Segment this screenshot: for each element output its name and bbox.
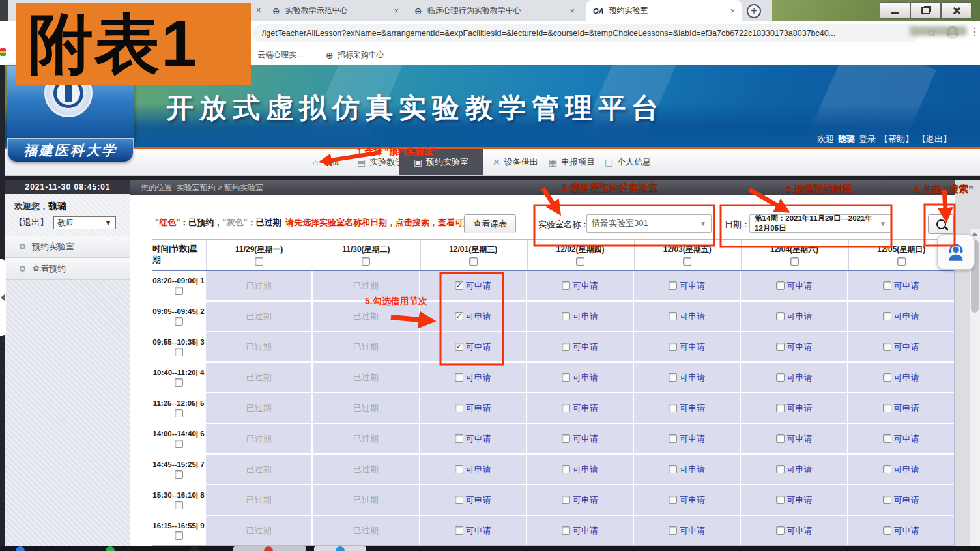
slot-checkbox[interactable] bbox=[776, 434, 785, 443]
slot-available-cell[interactable]: 可申请 bbox=[420, 271, 526, 300]
slot-available-cell[interactable]: 可申请 bbox=[420, 516, 526, 545]
slot-available-cell[interactable]: 可申请 bbox=[420, 424, 526, 453]
window-restore-button[interactable] bbox=[910, 2, 941, 19]
day-select-checkbox[interactable] bbox=[469, 257, 478, 266]
slot-available-cell[interactable]: 可申请 bbox=[634, 424, 740, 453]
slot-available-cell[interactable]: 可申请 bbox=[527, 516, 633, 545]
slot-available-cell[interactable]: 可申请 bbox=[848, 455, 954, 484]
slot-available-cell[interactable]: 可申请 bbox=[741, 516, 846, 545]
window-close-button[interactable] bbox=[941, 2, 972, 19]
slot-available-cell[interactable]: 可申请 bbox=[420, 485, 526, 515]
slot-checkbox[interactable] bbox=[455, 465, 463, 473]
slot-available-cell[interactable]: 可申请 bbox=[741, 485, 846, 515]
role-select[interactable]: 教师 ▼ bbox=[53, 216, 116, 229]
day-select-checkbox[interactable] bbox=[897, 257, 906, 266]
slot-checkbox[interactable] bbox=[562, 465, 570, 473]
row-select-checkbox[interactable] bbox=[175, 378, 183, 387]
slot-checkbox[interactable] bbox=[455, 312, 463, 320]
slot-checkbox[interactable] bbox=[562, 434, 570, 443]
sidebar-item-reserve-lab[interactable]: 预约实验室 bbox=[5, 236, 130, 258]
slot-available-cell[interactable]: 可申请 bbox=[527, 363, 633, 392]
slot-available-cell[interactable]: 可申请 bbox=[848, 302, 954, 331]
day-select-checkbox[interactable] bbox=[790, 257, 799, 266]
slot-available-cell[interactable]: 可申请 bbox=[527, 393, 633, 423]
taskbar-app-icon[interactable] bbox=[336, 546, 345, 551]
day-select-checkbox[interactable] bbox=[683, 257, 691, 266]
slot-checkbox[interactable] bbox=[883, 373, 891, 382]
url-field[interactable]: /lgetTeacherAllLesson?exName=&arrangemen… bbox=[253, 24, 919, 42]
slot-checkbox[interactable] bbox=[669, 496, 677, 504]
slot-checkbox[interactable] bbox=[455, 526, 463, 535]
slot-checkbox[interactable] bbox=[776, 281, 785, 290]
nav-item-equipment[interactable]: ✕ 设备借出 bbox=[486, 149, 545, 175]
slot-checkbox[interactable] bbox=[562, 526, 570, 535]
slot-available-cell[interactable]: 可申请 bbox=[634, 302, 740, 331]
slot-checkbox[interactable] bbox=[669, 373, 677, 382]
row-select-checkbox[interactable] bbox=[175, 470, 183, 479]
slot-checkbox[interactable] bbox=[455, 373, 463, 382]
slot-checkbox[interactable] bbox=[562, 496, 570, 504]
slot-available-cell[interactable]: 可申请 bbox=[741, 332, 846, 361]
slot-checkbox[interactable] bbox=[669, 312, 677, 320]
slot-available-cell[interactable]: 可申请 bbox=[848, 271, 954, 300]
slot-available-cell[interactable]: 可申请 bbox=[848, 424, 954, 453]
row-select-checkbox[interactable] bbox=[175, 440, 183, 448]
slot-available-cell[interactable]: 可申请 bbox=[848, 393, 954, 423]
slot-checkbox[interactable] bbox=[562, 404, 570, 412]
tab-close-icon[interactable]: × bbox=[569, 6, 575, 16]
slot-checkbox[interactable] bbox=[883, 343, 891, 351]
browser-menu-icon[interactable]: ⋮ bbox=[970, 25, 980, 38]
bookmark-item[interactable]: - 云端心理实... bbox=[253, 49, 303, 61]
sidebar-item-view-reservations[interactable]: 查看预约 bbox=[5, 258, 130, 280]
slot-available-cell[interactable]: 可申请 bbox=[527, 302, 633, 331]
slot-checkbox[interactable] bbox=[562, 373, 570, 382]
taskbar-app-icon[interactable] bbox=[106, 546, 115, 551]
slot-checkbox[interactable] bbox=[776, 404, 785, 412]
slot-available-cell[interactable]: 可申请 bbox=[848, 485, 954, 515]
slot-checkbox[interactable] bbox=[669, 281, 677, 290]
slot-available-cell[interactable]: 可申请 bbox=[741, 271, 846, 300]
slot-available-cell[interactable]: 可申请 bbox=[527, 424, 633, 453]
slot-available-cell[interactable]: 可申请 bbox=[634, 485, 740, 515]
help-link[interactable]: 【帮助】 bbox=[880, 134, 914, 145]
slot-available-cell[interactable]: 可申请 bbox=[634, 332, 740, 361]
slot-checkbox[interactable] bbox=[455, 343, 463, 351]
tab-close-icon[interactable]: × bbox=[256, 5, 261, 15]
slot-available-cell[interactable]: 可申请 bbox=[741, 393, 846, 423]
tab-close-icon[interactable]: × bbox=[394, 6, 399, 16]
day-select-checkbox[interactable] bbox=[362, 257, 370, 266]
bookmark-item[interactable]: ⊕ 招标采购中心 bbox=[326, 49, 384, 61]
slot-available-cell[interactable]: 可申请 bbox=[527, 485, 633, 515]
slot-available-cell[interactable]: 可申请 bbox=[634, 393, 740, 423]
nav-item-profile[interactable]: ▢ 个人信息 bbox=[598, 149, 657, 175]
row-select-checkbox[interactable] bbox=[175, 409, 183, 417]
row-select-checkbox[interactable] bbox=[175, 317, 183, 326]
slot-checkbox[interactable] bbox=[776, 373, 785, 382]
slot-available-cell[interactable]: 可申请 bbox=[527, 332, 633, 361]
slot-checkbox[interactable] bbox=[776, 465, 785, 473]
slot-available-cell[interactable]: 可申请 bbox=[848, 332, 954, 361]
window-minimize-button[interactable] bbox=[880, 2, 910, 19]
scrollbar-up-arrow[interactable] bbox=[972, 232, 977, 236]
row-select-checkbox[interactable] bbox=[175, 531, 183, 540]
online-help-button[interactable] bbox=[937, 234, 975, 270]
slot-available-cell[interactable]: 可申请 bbox=[848, 516, 954, 545]
username-link[interactable]: 魏璐 bbox=[838, 134, 855, 145]
browser-tab-active[interactable]: OA 预约实验室 × bbox=[586, 0, 742, 21]
slot-available-cell[interactable]: 可申请 bbox=[634, 363, 740, 392]
slot-checkbox[interactable] bbox=[562, 312, 570, 320]
day-select-checkbox[interactable] bbox=[576, 257, 584, 266]
slot-checkbox[interactable] bbox=[883, 496, 891, 504]
slot-checkbox[interactable] bbox=[669, 343, 677, 351]
slot-available-cell[interactable]: 可申请 bbox=[420, 455, 526, 484]
day-select-checkbox[interactable] bbox=[255, 257, 263, 266]
slot-checkbox[interactable] bbox=[883, 526, 891, 535]
slot-available-cell[interactable]: 可申请 bbox=[527, 271, 633, 300]
slot-checkbox[interactable] bbox=[669, 465, 677, 473]
week-select[interactable]: 第14周：2021年11月29日---2021年12月05日 ▼ bbox=[749, 214, 891, 233]
slot-available-cell[interactable]: 可申请 bbox=[420, 302, 526, 331]
slot-checkbox[interactable] bbox=[883, 465, 891, 473]
slot-checkbox[interactable] bbox=[455, 434, 463, 443]
view-schedule-button[interactable]: 查看课表 bbox=[464, 214, 516, 233]
slot-available-cell[interactable]: 可申请 bbox=[848, 363, 954, 392]
